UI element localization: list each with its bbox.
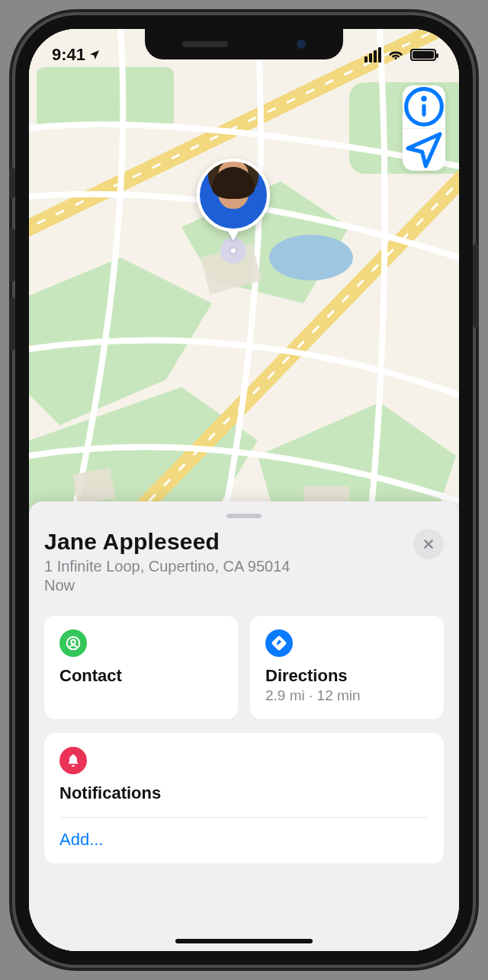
location-dot [220, 238, 246, 264]
map-controls [403, 85, 445, 171]
volume-down [9, 297, 15, 351]
notch [145, 29, 343, 59]
svg-point-12 [71, 639, 75, 644]
mute-switch [9, 168, 15, 198]
front-camera [297, 40, 306, 49]
directions-icon [265, 629, 293, 657]
screen: 9:41 [29, 29, 459, 951]
contact-icon [59, 629, 87, 657]
notifications-title: Notifications [59, 783, 429, 818]
directions-card[interactable]: Directions 2.9 mi · 12 min [250, 616, 444, 719]
wifi-icon [387, 48, 404, 62]
bell-icon [59, 747, 87, 774]
person-address: 1 Infinite Loop, Cupertino, CA 95014 [44, 558, 290, 575]
directions-subtitle: 2.9 mi · 12 min [265, 687, 429, 704]
status-time: 9:41 [52, 45, 85, 65]
contact-card[interactable]: Contact [44, 616, 238, 719]
battery-icon [410, 49, 436, 61]
add-notification-button[interactable]: Add... [59, 818, 429, 863]
location-services-icon [88, 49, 101, 61]
close-icon [422, 538, 435, 550]
contact-label: Contact [59, 666, 223, 686]
directions-label: Directions [265, 666, 429, 686]
person-timestamp: Now [44, 577, 290, 594]
svg-rect-2 [37, 67, 174, 128]
notifications-card: Notifications Add... [44, 733, 444, 863]
power-button [473, 244, 479, 328]
cellular-signal-icon [364, 47, 381, 62]
sheet-grabber[interactable] [226, 514, 262, 518]
volume-up [9, 229, 15, 282]
svg-rect-6 [72, 468, 115, 504]
person-detail-sheet[interactable]: Jane Appleseed 1 Infinite Loop, Cupertin… [29, 501, 459, 951]
phone-frame: 9:41 [15, 15, 473, 965]
close-button[interactable] [413, 529, 444, 559]
speaker [182, 41, 228, 47]
person-location-pin[interactable] [197, 159, 270, 264]
map-locate-button[interactable] [403, 128, 445, 171]
home-indicator[interactable] [175, 939, 313, 943]
avatar [197, 159, 270, 232]
svg-point-3 [269, 235, 353, 280]
pin-tail [227, 230, 239, 241]
person-name: Jane Appleseed [44, 529, 290, 555]
